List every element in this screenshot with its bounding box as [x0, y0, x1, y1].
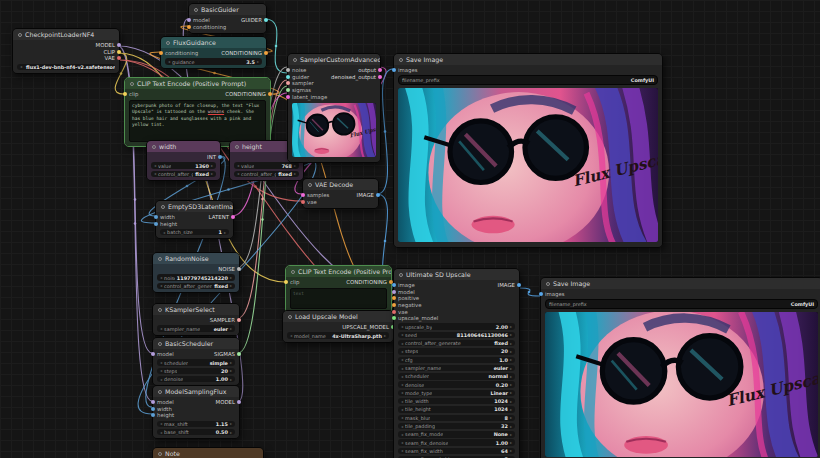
output-slot-IMAGE[interactable]: IMAGE — [357, 192, 378, 199]
node-header[interactable]: width — [147, 141, 220, 152]
increment-arrow-icon[interactable]: ▸ — [510, 390, 512, 395]
input-dot-model[interactable] — [151, 352, 155, 356]
increment-arrow-icon[interactable]: ▸ — [510, 349, 512, 354]
node-header[interactable]: CheckpointLoaderNF4 — [13, 29, 119, 40]
widget-control_after_generate[interactable]: ◂ control_after_generate fixed ▸ — [234, 171, 299, 177]
widget-noise_seed[interactable]: ◂ noise_seed 119779745214220 ▸ — [157, 274, 235, 280]
input-slot-width[interactable]: width — [153, 406, 174, 413]
input-slot-positive[interactable]: positive — [394, 295, 438, 302]
decrement-arrow-icon[interactable]: ◂ — [401, 357, 403, 362]
increment-arrow-icon[interactable]: ▸ — [230, 430, 232, 435]
output-slot-denoised_output[interactable]: denoised_output — [331, 74, 380, 81]
widget-guidance[interactable]: ◂ guidance 3.5 ▸ — [165, 58, 262, 64]
widget-tile_width[interactable]: ◂ tile_width 1024 ▸ — [398, 398, 515, 404]
output-slot-CONDITIONING[interactable]: CONDITIONING — [221, 50, 266, 57]
widget-steps[interactable]: ◂ steps 20 ▸ — [157, 368, 235, 374]
collapse-icon[interactable] — [130, 82, 134, 86]
node-vae-decode[interactable]: VAE Decode samples vae IMAGE — [302, 178, 379, 209]
node-header[interactable]: VAE Decode — [303, 179, 378, 190]
collapse-icon[interactable] — [399, 273, 403, 277]
node-header[interactable]: BasicGuider — [189, 4, 266, 15]
collapse-icon[interactable] — [194, 8, 198, 12]
node-flux-guidance[interactable]: FluxGuidance conditioning CONDITIONING ◂… — [160, 36, 267, 69]
widget-sampler_name[interactable]: ◂ sampler_name euler ▸ — [157, 325, 235, 331]
increment-arrow-icon[interactable]: ▸ — [224, 230, 226, 235]
node-header[interactable]: KSamplerSelect — [153, 304, 239, 315]
increment-arrow-icon[interactable]: ▸ — [510, 332, 512, 337]
output-slot-CONDITIONING[interactable]: CONDITIONING — [346, 279, 391, 286]
input-dot-positive[interactable] — [392, 296, 396, 300]
input-slot-conditioning[interactable]: conditioning — [161, 50, 198, 57]
input-dot-clip[interactable] — [284, 280, 288, 284]
input-slot-vae[interactable]: vae — [394, 308, 438, 315]
increment-arrow-icon[interactable]: ▸ — [230, 283, 232, 288]
input-dot-width[interactable] — [154, 215, 158, 219]
input-slot-vae[interactable]: vae — [303, 199, 329, 206]
node-clip-text-encode-negative[interactable]: CLIP Text Encode (Positive Prompt) clip … — [285, 265, 392, 314]
decrement-arrow-icon[interactable]: ◂ — [401, 399, 403, 404]
input-dot-vae[interactable] — [392, 310, 396, 314]
increment-arrow-icon[interactable]: ▸ — [230, 326, 232, 331]
widget-value[interactable]: ◂ value 768 ▸ — [234, 162, 299, 168]
widget-control_after_generate[interactable]: ◂ control_after_generate fixed ▸ — [157, 283, 235, 289]
increment-arrow-icon[interactable]: ▸ — [510, 440, 512, 445]
collapse-icon[interactable] — [158, 308, 162, 312]
widget-ckpt_name[interactable]: ◂ ckpt_name flux1-dev-bnb-nf4-v2.safeten… — [17, 64, 115, 70]
decrement-arrow-icon[interactable]: ◂ — [401, 440, 403, 445]
widget-denoise[interactable]: ◂ denoise 1.00 ▸ — [157, 376, 235, 382]
increment-arrow-icon[interactable]: ▸ — [230, 368, 232, 373]
node-header[interactable]: FluxGuidance — [161, 37, 266, 48]
input-dot-noise[interactable] — [286, 68, 290, 72]
decrement-arrow-icon[interactable]: ◂ — [160, 377, 162, 382]
input-dot-guider[interactable] — [286, 75, 290, 79]
increment-arrow-icon[interactable]: ▸ — [384, 333, 386, 338]
input-slot-width[interactable]: width — [156, 214, 177, 221]
input-slot-image[interactable]: image — [394, 282, 438, 289]
input-slot-height[interactable]: height — [153, 412, 174, 419]
output-slot-GUIDER[interactable]: GUIDER — [241, 17, 266, 24]
input-dot-images[interactable] — [539, 292, 543, 296]
node-header[interactable]: Save Image — [541, 278, 820, 289]
increment-arrow-icon[interactable]: ▸ — [230, 377, 232, 382]
output-slot-MODEL[interactable]: MODEL — [96, 42, 119, 49]
increment-arrow-icon[interactable]: ▸ — [510, 407, 512, 412]
output-slot-MODEL[interactable]: MODEL — [216, 399, 239, 406]
decrement-arrow-icon[interactable]: ◂ — [163, 230, 165, 235]
decrement-arrow-icon[interactable]: ◂ — [401, 415, 403, 420]
node-header[interactable]: ModelSamplingFlux — [153, 386, 239, 397]
node-header[interactable]: SamplerCustomAdvanced — [288, 54, 380, 65]
input-dot-model[interactable] — [187, 18, 191, 22]
decrement-arrow-icon[interactable]: ◂ — [290, 333, 292, 338]
input-dot-model[interactable] — [392, 290, 396, 294]
node-header[interactable]: BasicScheduler — [153, 338, 239, 349]
input-dot-vae[interactable] — [301, 200, 305, 204]
input-dot-conditioning[interactable] — [159, 51, 163, 55]
input-dot-upscale_model[interactable] — [392, 316, 396, 320]
increment-arrow-icon[interactable]: ▸ — [510, 424, 512, 429]
widget-seam_fix_mode[interactable]: ◂ seam_fix_mode None ▸ — [398, 431, 515, 437]
decrement-arrow-icon[interactable]: ◂ — [160, 283, 162, 288]
decrement-arrow-icon[interactable]: ◂ — [237, 171, 239, 176]
node-header[interactable]: Load Upscale Model — [283, 311, 393, 322]
widget-filename_prefix[interactable]: filename_prefix ComfyUI — [545, 299, 818, 308]
widget-tile_padding[interactable]: ◂ tile_padding 32 ▸ — [398, 423, 515, 429]
increment-arrow-icon[interactable]: ▸ — [510, 399, 512, 404]
widget-filename_prefix[interactable]: filename_prefix ComfyUI — [398, 75, 658, 84]
decrement-arrow-icon[interactable]: ◂ — [154, 163, 156, 168]
increment-arrow-icon[interactable]: ▸ — [510, 341, 512, 346]
widget-value[interactable]: ◂ value 1360 ▸ — [151, 162, 216, 168]
input-slot-sigmas[interactable]: sigmas — [288, 87, 327, 94]
widget-scheduler[interactable]: ◂ scheduler simple ▸ — [157, 359, 235, 365]
node-header[interactable]: RandomNoise — [153, 253, 239, 264]
collapse-icon[interactable] — [546, 282, 550, 286]
widget-seam_fix_denoise[interactable]: ◂ seam_fix_denoise 1.00 ▸ — [398, 439, 515, 445]
input-slot-guider[interactable]: guider — [288, 74, 327, 81]
input-slot-model[interactable]: model — [153, 351, 174, 358]
input-slot-latent_image[interactable]: latent_image — [288, 93, 327, 100]
node-header[interactable]: EmptySD3LatentImage — [156, 201, 233, 212]
collapse-icon[interactable] — [288, 315, 292, 319]
input-slot-model[interactable]: model — [394, 289, 438, 296]
decrement-arrow-icon[interactable]: ◂ — [160, 326, 162, 331]
node-checkpoint-loader[interactable]: CheckpointLoaderNF4 MODEL CLIP VAE ◂ ckp… — [12, 28, 120, 74]
increment-arrow-icon[interactable]: ▸ — [510, 324, 512, 329]
